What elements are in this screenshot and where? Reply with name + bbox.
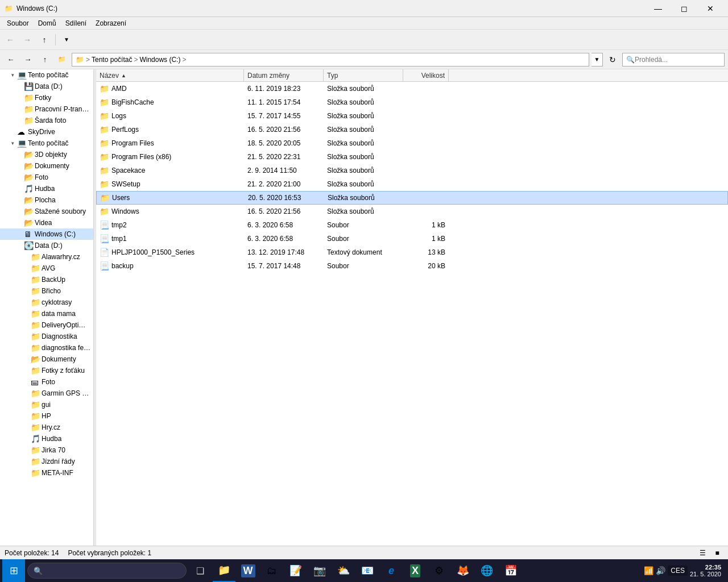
sidebar-item-diagnostika-f[interactable]: 📁diagnostika felicia (0, 342, 93, 354)
col-header-size[interactable]: Velikost (403, 69, 449, 81)
file-row[interactable]: 📃tmp26. 3. 2020 6:58Soubor1 kB (96, 218, 728, 232)
sidebar-item-garmin[interactable]: 📁Garmin GPS Plugi (0, 388, 93, 399)
sidebar-item-dokumenty[interactable]: 📂Dokumenty (0, 160, 93, 172)
file-row[interactable]: 📃backup15. 7. 2017 14:48Soubor20 kB (96, 259, 728, 273)
taskbar-app-explorer[interactable]: 📁 (213, 559, 235, 582)
menu-zobrazeni[interactable]: Zobrazení (91, 18, 131, 28)
sidebar-item-hudba2[interactable]: 🎵Hudba (0, 433, 93, 444)
breadcrumb-computer[interactable]: Tento počítač (92, 56, 132, 64)
sidebar-item-fotky[interactable]: 📁Fotky (0, 92, 93, 103)
file-row[interactable]: 📁Windows16. 5. 2020 21:56Složka souborů (96, 205, 728, 218)
breadcrumb-drive[interactable]: Windows (C:) (139, 56, 180, 64)
sidebar-item-data-d2[interactable]: 💽Data (D:) (0, 240, 93, 251)
sidebar-item-hry-cz[interactable]: 📁Hry.cz (0, 422, 93, 433)
breadcrumb[interactable]: 📁 > Tento počítač > Windows (C:) > (72, 53, 589, 66)
back-button[interactable]: ← (2, 32, 18, 48)
sidebar-item-hp[interactable]: 📁HP (0, 410, 93, 422)
sidebar-item-foto2[interactable]: 🖴Foto (0, 376, 93, 388)
clock[interactable]: 22:35 21. 5. 2020 (690, 564, 721, 577)
restore-button[interactable]: ◻ (671, 0, 697, 17)
sidebar-item-windows-c[interactable]: 🖥Windows (C:) (0, 228, 93, 240)
taskbar-app-weather[interactable]: ⛅ (332, 559, 355, 582)
sidebar-item-plocha[interactable]: 📂Plocha (0, 194, 93, 206)
sidebar-item-hudba[interactable]: 🎵Hudba (0, 183, 93, 194)
taskbar-app-explorer2[interactable]: 🗂 (260, 559, 283, 582)
sidebar-item-bricho[interactable]: 📁Břicho (0, 285, 93, 297)
sidebar-item-videa[interactable]: 📂Videa (0, 217, 93, 228)
file-row[interactable]: 📁SWSetup21. 2. 2020 21:00Složka souborů (96, 177, 728, 191)
file-row[interactable]: 📁BigFishCache11. 1. 2015 17:54Složka sou… (96, 95, 728, 109)
sidebar-item-data-d[interactable]: 💾Data (D:) (0, 81, 93, 92)
sidebar-item-alawarhry[interactable]: 📁Alawarhry.cz (0, 251, 93, 263)
taskbar-app-chrome[interactable]: 🌐 (475, 559, 498, 582)
taskbar-app-excel[interactable]: X (404, 559, 427, 582)
sidebar-item-cyklotrasy[interactable]: 📁cyklotrasy (0, 297, 93, 308)
file-row[interactable]: 📁Users20. 5. 2020 16:53Složka souborů (96, 191, 728, 205)
col-header-name[interactable]: Název ▲ (96, 69, 244, 81)
taskbar-app-settings[interactable]: ⚙ (428, 559, 450, 582)
menu-domu[interactable]: Domů (34, 18, 61, 28)
forward-button[interactable]: → (19, 32, 35, 48)
up-button[interactable]: ↑ (36, 32, 52, 48)
sidebar-item-dokumenty2[interactable]: 📂Dokumenty (0, 354, 93, 365)
address-dropdown[interactable]: ▼ (592, 53, 603, 66)
refresh-button[interactable]: ↻ (605, 52, 620, 67)
sidebar-item-pracovni[interactable]: 📁Pracovní P-transpo (0, 103, 93, 115)
sidebar-item-delivery[interactable]: 📁DeliveryOptimizat (0, 319, 93, 331)
sidebar-item-jirka70[interactable]: 📁Jirka 70 (0, 444, 93, 456)
location-icon-button[interactable]: 📁 (55, 52, 69, 67)
taskbar-app-mail[interactable]: 📧 (356, 559, 379, 582)
taskbar-app-firefox[interactable]: 🦊 (452, 559, 474, 582)
start-button[interactable]: ⊞ (2, 559, 25, 582)
nav-up-button[interactable]: ↑ (38, 52, 52, 67)
taskbar-app-notes[interactable]: 📝 (284, 559, 307, 582)
taskbar-app-edge[interactable]: e (380, 559, 403, 582)
volume-icon[interactable]: 🔊 (656, 566, 665, 575)
sidebar-label: DeliveryOptimizat (42, 321, 91, 329)
col-header-date[interactable]: Datum změny (244, 69, 324, 81)
recent-locations[interactable]: ▼ (59, 32, 75, 48)
sidebar-item-sarda[interactable]: 📁Šarda foto (0, 115, 93, 126)
file-row[interactable]: 📁AMD6. 11. 2019 18:23Složka souborů (96, 82, 728, 95)
taskview-button[interactable]: ❑ (189, 559, 212, 582)
sidebar-item-jizd-rady[interactable]: 📁Jízdní řády (0, 456, 93, 467)
sidebar-item-skydrive[interactable]: ☁SkyDrive (0, 126, 93, 138)
network-icon[interactable]: 📶 (644, 566, 653, 575)
taskbar-app-word[interactable]: W (237, 559, 259, 582)
close-button[interactable]: ✕ (697, 0, 723, 17)
sidebar-item-diagnostika[interactable]: 📁Diagnostika (0, 331, 93, 342)
details-view-button[interactable]: ☰ (696, 547, 709, 559)
sidebar-item-gui[interactable]: 📁gui (0, 399, 93, 410)
sidebar-item-backup[interactable]: 📁BackUp (0, 274, 93, 285)
file-row[interactable]: 📁Program Files (x86)21. 5. 2020 22:31Slo… (96, 150, 728, 164)
taskbar-search-input[interactable] (46, 567, 171, 575)
sidebar-item-foto[interactable]: 📂Foto (0, 172, 93, 183)
file-icon: 📁 (100, 207, 109, 216)
large-icons-view-button[interactable]: ■ (711, 547, 723, 559)
sidebar-item-3d-objekty[interactable]: 📂3D objekty (0, 149, 93, 160)
sidebar-item-meta-inf[interactable]: 📁META-INF (0, 467, 93, 479)
search-input[interactable] (635, 56, 714, 64)
file-row[interactable]: 📁Program Files18. 5. 2020 20:05Složka so… (96, 136, 728, 150)
sidebar-item-avg[interactable]: 📁AVG (0, 263, 93, 274)
sidebar-item-stazene[interactable]: 📂Stažené soubory (0, 206, 93, 217)
menu-sdileni[interactable]: Sdílení (61, 18, 91, 28)
file-row[interactable]: 📄HPLJP1000_P1500_Series13. 12. 2019 17:4… (96, 246, 728, 259)
sidebar-item-tento-pocitac2[interactable]: ▾💻Tento počítač (0, 138, 93, 149)
taskbar-search-bar[interactable]: 🔍 (27, 563, 187, 579)
minimize-button[interactable]: — (645, 0, 671, 17)
nav-back-button[interactable]: ← (3, 52, 18, 67)
sidebar-item-fotky-fotaku[interactable]: 📁Fotky z foťáku (0, 365, 93, 376)
sidebar-item-tento-pocitac[interactable]: ▾💻Tento počítač (0, 69, 93, 81)
taskbar-app-camera[interactable]: 📷 (308, 559, 331, 582)
file-row[interactable]: 📃tmp16. 3. 2020 6:58Soubor1 kB (96, 232, 728, 246)
col-header-type[interactable]: Typ (324, 69, 403, 81)
sidebar-item-data-mama[interactable]: 📁data mama (0, 308, 93, 319)
menu-soubor[interactable]: Soubor (2, 18, 34, 28)
nav-forward-button[interactable]: → (20, 52, 35, 67)
file-row[interactable]: 📁Spacekace2. 9. 2014 11:50Složka souborů (96, 164, 728, 177)
language-indicator[interactable]: CES (668, 566, 688, 576)
taskbar-app-calendar[interactable]: 📅 (499, 559, 522, 582)
file-row[interactable]: 📁Logs15. 7. 2017 14:55Složka souborů (96, 109, 728, 123)
file-row[interactable]: 📁PerfLogs16. 5. 2020 21:56Složka souborů (96, 123, 728, 136)
